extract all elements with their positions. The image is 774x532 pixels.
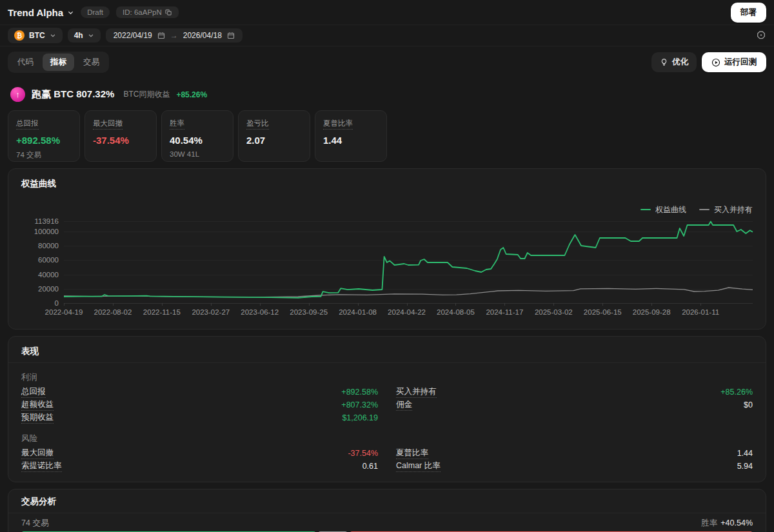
calendar-icon[interactable] (157, 32, 165, 39)
arrow-right-icon: → (170, 31, 178, 40)
status-badge: Draft (81, 6, 110, 18)
tab-指标[interactable]: 指标 (43, 54, 74, 71)
equity-panel: 权益曲线 权益曲线买入并持有 1139161000008000060000400… (8, 168, 766, 330)
header: Trend Alpha Draft ID: 6aAPpN 部署 (0, 0, 774, 25)
x-axis-label: 2024-01-08 (339, 308, 377, 316)
stat-card: 最大回撤-37.54% (84, 110, 157, 162)
x-axis-label: 2022-04-19 (45, 308, 83, 316)
winrate-value: +40.54% (720, 518, 753, 527)
stat-card-sub: 74 交易 (16, 150, 72, 160)
stat-cards: 总回报+892.58%74 交易最大回撤-37.54%胜率40.54%30W 4… (0, 102, 774, 162)
x-axis-tick (358, 303, 359, 306)
x-axis-tick (553, 303, 554, 306)
chart-legend: 权益曲线买入并持有 (21, 205, 753, 214)
x-axis-tick (113, 303, 114, 306)
deploy-button-label: 部署 (740, 7, 757, 18)
stat-card-sub (323, 150, 379, 159)
perf-row-value: $1,206.19 (342, 413, 378, 422)
copy-icon[interactable] (165, 9, 172, 16)
x-axis-label: 2023-06-12 (241, 308, 279, 316)
chart-legend-item[interactable]: 买入并持有 (699, 204, 753, 215)
perf-row: 买入并持有+85.26% (396, 386, 753, 399)
tab-代码[interactable]: 代码 (10, 54, 41, 71)
x-axis-label: 2022-08-02 (94, 308, 132, 316)
chevron-down-icon (88, 32, 94, 39)
series-权益曲线 (64, 221, 753, 297)
date-range-picker[interactable]: 2022/04/19 → 2026/04/18 (106, 28, 243, 43)
symbol-value: BTC (29, 31, 45, 40)
action-buttons: 优化 运行回测 (651, 52, 766, 72)
stat-card-label: 夏普比率 (323, 119, 353, 130)
app-root: Trend Alpha Draft ID: 6aAPpN 部署 ₿ BTC 4h… (0, 0, 774, 532)
lightbulb-icon (660, 58, 668, 66)
x-axis-label: 2025-06-15 (584, 308, 622, 316)
x-axis-tick (64, 303, 64, 306)
x-axis-tick (260, 303, 261, 306)
perf-row-label: 超额收益 (21, 399, 54, 411)
x-axis-label: 2024-08-05 (437, 308, 475, 316)
winrate: 胜率+40.54% (701, 518, 753, 529)
optimize-button[interactable]: 优化 (651, 52, 697, 72)
stat-card-sub (93, 150, 148, 159)
y-axis-label: 20000 (17, 285, 59, 293)
view-tabs: 代码指标交易 (8, 52, 109, 73)
trades-summary-row: 74 交易 胜率+40.54% (21, 518, 753, 528)
stat-card-value: 2.07 (246, 135, 302, 146)
symbol-select[interactable]: ₿ BTC (8, 28, 63, 43)
deploy-button[interactable]: 部署 (731, 3, 766, 23)
perf-row-label: 索提诺比率 (21, 460, 62, 472)
y-axis-label: 60000 (17, 256, 59, 264)
page-title: Trend Alpha (8, 7, 63, 18)
x-axis-tick (700, 303, 701, 306)
perf-row: Calmar 比率5.94 (396, 460, 753, 473)
strategy-id-text: ID: 6aAPpN (123, 8, 162, 16)
timeframe-select[interactable]: 4h (68, 28, 101, 43)
date-start-value[interactable]: 2022/04/19 (114, 31, 152, 40)
x-axis-label: 2025-03-02 (535, 308, 573, 316)
tabs-row: 代码指标交易 优化 运行回测 (0, 46, 774, 77)
x-axis-label: 2024-11-17 (486, 308, 523, 316)
stat-card-value: 40.54% (170, 135, 225, 146)
perf-row-value: 1.44 (737, 449, 753, 458)
perf-row-label: 佣金 (396, 399, 412, 411)
date-end-value[interactable]: 2026/04/18 (183, 31, 222, 40)
perf-row-value: +85.26% (720, 388, 753, 397)
equity-chart-svg (64, 219, 753, 303)
stat-card-label: 胜率 (170, 119, 184, 130)
perf-row: 超额收益+807.32% (21, 399, 378, 411)
stat-card-value: 1.44 (323, 135, 379, 146)
x-axis-tick (504, 303, 505, 306)
tab-交易[interactable]: 交易 (75, 54, 107, 71)
strategy-title-dropdown[interactable]: Trend Alpha (8, 7, 74, 18)
perf-row: 夏普比率1.44 (396, 447, 753, 460)
perf-row-value: +807.32% (341, 400, 378, 409)
chevron-down-icon (67, 9, 74, 16)
gridline (64, 303, 753, 304)
perf-row-value: +892.58% (341, 388, 378, 397)
settings-icon[interactable] (756, 30, 766, 41)
strategy-id-badge[interactable]: ID: 6aAPpN (116, 6, 179, 18)
calendar-icon[interactable] (227, 32, 235, 39)
toolbar: ₿ BTC 4h 2022/04/19 → 2026/04/18 (0, 25, 774, 46)
chevron-down-icon (50, 32, 56, 39)
stat-card: 盈亏比2.07 (238, 110, 310, 162)
x-axis-label: 2026-01-11 (682, 308, 719, 316)
perf-row (396, 411, 753, 424)
perf-row: 索提诺比率0.61 (21, 460, 378, 473)
optimize-button-label: 优化 (672, 57, 688, 68)
chart-legend-item[interactable]: 权益曲线 (640, 204, 686, 215)
run-backtest-button[interactable]: 运行回测 (702, 52, 766, 72)
stat-card-label: 最大回撤 (93, 119, 123, 130)
x-axis-tick (309, 303, 310, 306)
timeframe-value: 4h (74, 31, 83, 40)
x-axis-tick (407, 303, 408, 306)
stat-card: 胜率40.54%30W 41L (161, 110, 233, 162)
result-summary: ↑ 跑赢 BTC 807.32% BTC同期收益 +85.26% (0, 77, 774, 102)
perf-row-label: 总回报 (21, 386, 46, 398)
legend-label: 买入并持有 (714, 204, 753, 215)
legend-swatch (699, 209, 710, 211)
series-买入并持有 (64, 288, 753, 297)
x-axis-label: 2023-02-27 (192, 308, 230, 316)
x-axis-label: 2022-11-15 (143, 308, 181, 316)
x-axis-tick (651, 303, 652, 306)
